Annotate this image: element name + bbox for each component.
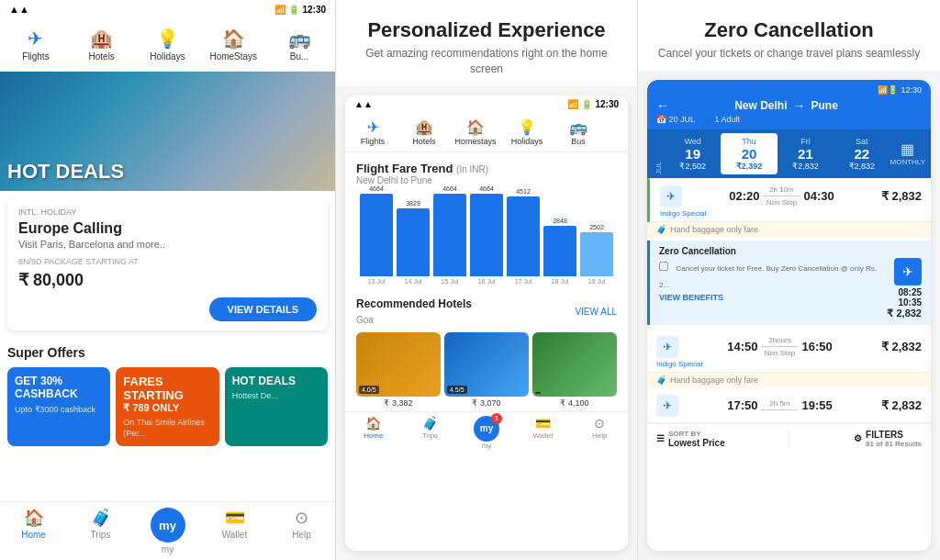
flight-row-1[interactable]: ✈ 02:20 2h 10m Non Stop 04:30 ₹ 2,832 (647, 178, 931, 222)
bar-rect (360, 194, 393, 276)
dur-line-4 (761, 409, 798, 410)
offer-hotdeals-sub: Hottest De... (232, 391, 320, 402)
view-details-button[interactable]: VIEW DETAILS (209, 297, 317, 321)
flight-row-3-main: ✈ 14:50 2hours Non Stop 16:50 ₹ 2,832 (656, 336, 922, 358)
p2-help-icon: ⊙ (594, 416, 605, 431)
p2-cat-bus[interactable]: 🚌 Bus (553, 117, 604, 148)
bar-item: 451217 Jul (507, 188, 540, 285)
bar-value-label: 3829 (406, 200, 420, 207)
zc-text: Cancel your ticket for Free. Buy Zero Ca… (659, 264, 877, 289)
cat-flights[interactable]: ✈ Flights (4, 24, 68, 65)
nav-help-label-1: Help (292, 530, 311, 540)
bar-item: 466413 Jul (360, 185, 393, 285)
bottom-divider (789, 430, 789, 448)
back-button[interactable]: ← (656, 98, 669, 113)
hotel-images: 4.0/5 4.5/5 (356, 332, 617, 397)
homestays-icon: 🏠 (222, 28, 245, 50)
p2-cat-homestays[interactable]: 🏠 Homestays (450, 117, 501, 148)
nav-wallet-1[interactable]: 💳 Wallet (201, 502, 268, 560)
bar-rect (543, 226, 576, 276)
flight-row-3[interactable]: ✈ 14:50 2hours Non Stop 16:50 ₹ 2,832 In… (647, 329, 931, 373)
flight-date: 📅 20 JUL (656, 115, 695, 124)
results-count: 81 of 81 Results (866, 440, 922, 448)
cat-bus-label: Bu... (290, 51, 309, 62)
p2-nav-my[interactable]: my 1 my (458, 412, 515, 454)
my-button-1[interactable]: my (151, 508, 185, 543)
plane-icon-1: ✈ (660, 185, 682, 207)
offer-fares[interactable]: FARES STARTING ₹ 789 ONLY On Thai Smile … (116, 367, 218, 446)
p2-flights-icon: ✈ (367, 118, 379, 136)
flight-row-4[interactable]: ✈ 17:50 2h 5m 19:55 ₹ 2,832 (647, 387, 931, 423)
dur-line-3 (761, 346, 798, 347)
p2-cat-hotels[interactable]: 🏨 Hotels (398, 117, 450, 148)
p2-nav-help[interactable]: ⊙ Help (571, 412, 628, 454)
p2-nav-wallet[interactable]: 💳 Wallet (515, 412, 572, 454)
signal-icon: ▲▲ (9, 4, 29, 15)
bus-icon: 🚌 (288, 28, 311, 50)
date-thu-price: ₹2,392 (722, 162, 775, 171)
sort-by-button[interactable]: ☰ SORT BY Lowest Price (656, 430, 725, 448)
hotel-thumb-1[interactable]: 4.0/5 (356, 332, 441, 397)
rec-title: Recommended Hotels (356, 297, 472, 310)
p2-flights-label: Flights (361, 137, 386, 146)
deal-title: Europe Calling (18, 220, 317, 237)
hotel-thumb-2[interactable]: 4.5/5 (444, 332, 529, 397)
p2-my-button[interactable]: my 1 (474, 416, 499, 442)
deal-desc: Visit Paris, Barcelona and more.. (18, 239, 317, 250)
zc-right: ✈ 08:25 10:35 ₹ 2,832 (887, 258, 922, 319)
date-wed[interactable]: Wed 19 ₹2,502 (665, 133, 721, 174)
date-monthly[interactable]: ▦ MONTHLY (890, 133, 926, 174)
package-info: 8N/9D PACKAGE STARTING AT (18, 257, 317, 266)
date-fri[interactable]: Fri 21 ₹2,832 (778, 133, 834, 174)
p2-status-icons: 📶 🔋 12:30 (567, 99, 619, 109)
p2-signal: ▲▲ (354, 99, 373, 109)
p2-nav-trips[interactable]: 🧳 Trips (402, 412, 459, 454)
p2-cat-holidays[interactable]: 💡 Holidays (501, 117, 553, 148)
filter-label: FILTERS (866, 430, 922, 440)
help-icon-1: ⊙ (295, 508, 308, 528)
filter-button[interactable]: ⚙ FILTERS 81 of 81 Results (854, 430, 922, 448)
date-thu-day: Thu (722, 137, 775, 146)
cat-homestays[interactable]: 🏠 HomeStays (201, 24, 265, 65)
panel-1: ▲▲ 📶 🔋 12:30 ✈ Flights 🏨 Hotels 💡 Holida… (0, 0, 335, 560)
date-sat[interactable]: Sat 22 ₹2,832 (834, 133, 890, 174)
chart-subtitle: New Delhi to Pune (356, 175, 617, 185)
p2-nav-home[interactable]: 🏠 Home (345, 412, 402, 454)
plane-icon-3: ✈ (656, 336, 678, 358)
zc-checkbox[interactable] (659, 262, 668, 271)
nav-home-1[interactable]: 🏠 Home (0, 502, 67, 560)
zc-price: ₹ 2,832 (887, 308, 922, 319)
bar-rect (470, 194, 503, 276)
offer-cashback[interactable]: GET 30% CASHBACK Upto ₹3000 cashback (7, 367, 110, 446)
bar-date-label: 13 Jul (368, 278, 386, 285)
offer-hotdeals[interactable]: HOT DEALS Hottest De... (225, 367, 328, 446)
nav-my-1[interactable]: my my (134, 502, 201, 560)
nav-wallet-label-1: Wallet (222, 530, 247, 540)
date-wed-day: Wed (666, 137, 719, 146)
nav-help-1[interactable]: ⊙ Help (268, 502, 335, 560)
p2-cat-flights[interactable]: ✈ Flights (347, 117, 398, 148)
nav-trips-1[interactable]: 🧳 Trips (67, 502, 134, 560)
p2-hotels-label: Hotels (412, 137, 436, 146)
zc-plane-icon: ✈ (894, 258, 922, 286)
dur-line-1 (763, 196, 800, 196)
hot-deals-label: HOT DEALS (7, 160, 124, 184)
date-thu-num: 20 (722, 146, 775, 162)
cat-bus[interactable]: 🚌 Bu... (267, 24, 331, 65)
p2-homestays-icon: 🏠 (466, 118, 485, 136)
p2-time: 12:30 (595, 99, 619, 109)
view-benefits-link[interactable]: VIEW BENEFITS (659, 293, 887, 302)
bar-item: 250219 Jul (580, 224, 613, 285)
date-fri-num: 21 (779, 146, 832, 162)
cat-holidays[interactable]: 💡 Holidays (136, 24, 200, 65)
view-all-link[interactable]: VIEW ALL (575, 307, 617, 317)
date-sat-price: ₹2,832 (835, 162, 888, 171)
offer-fares-sub: On Thai Smile Airlines (Per... (123, 418, 211, 439)
bar-chart: 466413 Jul382914 Jul466415 Jul466416 Jul… (356, 193, 617, 285)
recommended-hotels: Recommended Hotels Goa VIEW ALL 4.0/5 4.… (345, 290, 628, 411)
date-thu[interactable]: Thu 20 ₹2,392 (721, 133, 777, 174)
hotel-price-1: ₹ 3,382 (356, 398, 441, 408)
bar-date-label: 14 Jul (405, 278, 422, 285)
hotel-thumb-3[interactable] (532, 332, 617, 397)
cat-hotels[interactable]: 🏨 Hotels (70, 24, 134, 65)
